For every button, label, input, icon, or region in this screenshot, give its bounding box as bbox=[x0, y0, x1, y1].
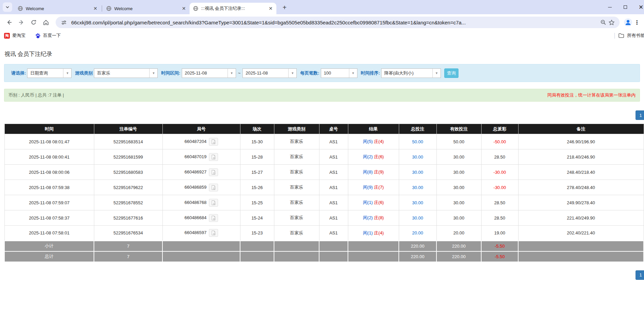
taobao-icon: 淘 bbox=[4, 33, 10, 39]
column-header: 局号 bbox=[162, 124, 240, 134]
result-player: 闲(8) bbox=[363, 169, 373, 174]
bookmarks-bar-right: 所有书签 bbox=[614, 33, 644, 39]
note: 248.40/218.40 bbox=[518, 165, 644, 180]
bookmarks-divider bbox=[614, 33, 615, 39]
result-player: 闲(1) bbox=[363, 200, 373, 205]
video-replay-button[interactable] bbox=[209, 138, 218, 146]
forward-button[interactable] bbox=[16, 17, 27, 28]
session-number: 15-25 bbox=[240, 195, 274, 210]
video-record-icon bbox=[211, 185, 216, 190]
new-tab-button[interactable]: + bbox=[280, 3, 289, 12]
back-button[interactable] bbox=[3, 17, 15, 28]
result-banker: 庄(8) bbox=[374, 215, 384, 220]
session-number: 15-27 bbox=[240, 165, 274, 180]
search-button[interactable]: 查询 bbox=[444, 68, 458, 78]
url-bar[interactable]: 66cxkj98.com/ipl/portal.php/game/betreco… bbox=[56, 17, 620, 28]
video-replay-button[interactable] bbox=[209, 214, 218, 222]
bet-number: 522951678552 bbox=[94, 195, 162, 210]
round-cell: 660487019 bbox=[162, 149, 240, 165]
tab-close-icon[interactable]: ✕ bbox=[181, 5, 187, 12]
result-cell: 闲(2) 庄(6) bbox=[348, 149, 399, 165]
browser-toolbar: 66cxkj98.com/ipl/portal.php/game/betreco… bbox=[0, 14, 644, 30]
home-button[interactable] bbox=[40, 17, 52, 28]
window-close-button[interactable]: ✕ bbox=[633, 0, 644, 14]
bookmark-baidu[interactable]: 百度一下 bbox=[35, 33, 61, 39]
video-replay-button[interactable] bbox=[209, 229, 218, 237]
session-number: 15-30 bbox=[240, 134, 274, 149]
summary-payout: -5.50 bbox=[481, 251, 518, 262]
bookmark-taobao[interactable]: 淘 爱淘宝 bbox=[4, 33, 25, 39]
summary-count: 7 bbox=[94, 241, 162, 251]
result-cell: 闲(1) 庄(4) bbox=[348, 226, 399, 241]
date-from-input[interactable]: 2025-11-08 ▼ bbox=[182, 68, 236, 78]
baidu-paw-icon bbox=[35, 33, 41, 39]
summary-label: 小计 bbox=[4, 241, 94, 251]
table-header-row: 时间注单编号局号场次游戏类别桌号结果总投注有效投注总派彩备注 bbox=[4, 124, 644, 134]
total-payout: 28.50 bbox=[481, 149, 518, 165]
reload-button[interactable] bbox=[28, 17, 39, 28]
game-type: 百家乐 bbox=[274, 149, 319, 165]
select-type-label: 请选择: bbox=[11, 70, 26, 76]
video-replay-button[interactable] bbox=[209, 184, 218, 191]
chevron-down-icon[interactable]: ▼ bbox=[349, 69, 357, 78]
chevron-down-icon[interactable]: ▼ bbox=[228, 69, 236, 78]
globe-icon bbox=[106, 6, 112, 11]
query-type-select[interactable]: 日期查询 ▼ bbox=[27, 68, 72, 78]
zoom-icon[interactable] bbox=[599, 18, 607, 26]
tab-welcome-2[interactable]: Welcome ✕ bbox=[103, 3, 190, 14]
window-maximize-button[interactable] bbox=[618, 0, 633, 14]
summary-valid-bet: 220.00 bbox=[436, 251, 481, 262]
date-to-input[interactable]: 2025-11-08 ▼ bbox=[242, 68, 297, 78]
total-bet: 30.00 bbox=[399, 195, 436, 210]
all-bookmarks-button[interactable]: 所有书签 bbox=[618, 33, 644, 39]
bet-number: 522951681599 bbox=[94, 149, 162, 165]
page-1-button[interactable]: 1 bbox=[636, 110, 644, 120]
tab-strip: Welcome ✕ Welcome ✕ :::视讯 会员下注纪录::: ✕ + … bbox=[0, 0, 644, 14]
video-record-icon bbox=[211, 215, 216, 221]
chevron-down-icon[interactable]: ▼ bbox=[432, 69, 441, 78]
summary-payout: -5.50 bbox=[481, 241, 518, 251]
column-header: 总派彩 bbox=[481, 124, 518, 134]
round-cell: 660486859 bbox=[162, 180, 240, 195]
page-1-button[interactable]: 1 bbox=[636, 270, 644, 280]
sort-order-select[interactable]: 降幂(由大到小) ▼ bbox=[381, 68, 441, 78]
column-header: 场次 bbox=[240, 124, 274, 134]
video-record-icon bbox=[211, 230, 216, 235]
chevron-down-icon[interactable]: ▼ bbox=[63, 69, 71, 78]
video-record-icon bbox=[211, 139, 216, 144]
browser-menu-button[interactable]: ⋮ bbox=[633, 17, 641, 27]
game-type-select[interactable]: 百家乐 ▼ bbox=[94, 68, 158, 78]
video-replay-button[interactable] bbox=[209, 199, 218, 207]
bookmark-star-icon[interactable] bbox=[607, 18, 616, 26]
tab-search-button[interactable] bbox=[3, 2, 12, 12]
page-size-value: 100 bbox=[321, 69, 349, 78]
tab-welcome-1[interactable]: Welcome ✕ bbox=[14, 3, 101, 14]
note: 202.40/221.40 bbox=[518, 226, 644, 241]
total-payout: -30.00 bbox=[481, 165, 518, 180]
page-size-select[interactable]: 100 ▼ bbox=[321, 68, 357, 78]
table-row: 2025-11-08 07:59:38 522951679622 6604868… bbox=[4, 180, 644, 195]
tab-close-icon[interactable]: ✕ bbox=[92, 5, 98, 12]
tab-close-icon[interactable]: ✕ bbox=[268, 5, 274, 12]
column-header: 注单编号 bbox=[94, 124, 162, 134]
bet-time: 2025-11-08 07:58:37 bbox=[4, 210, 94, 226]
result-player: 闲(1) bbox=[363, 230, 373, 235]
tab-betrecord-active[interactable]: :::视讯 会员下注纪录::: ✕ bbox=[190, 3, 276, 14]
result-banker: 庄(9) bbox=[374, 169, 384, 174]
chevron-down-icon[interactable]: ▼ bbox=[149, 69, 157, 78]
profile-avatar[interactable] bbox=[623, 17, 633, 27]
video-replay-button[interactable] bbox=[209, 153, 218, 161]
session-number: 15-26 bbox=[240, 180, 274, 195]
round-cell: 660486597 bbox=[162, 226, 240, 241]
chevron-down-icon[interactable]: ▼ bbox=[288, 69, 296, 78]
url-text[interactable]: 66cxkj98.com/ipl/portal.php/game/betreco… bbox=[71, 20, 596, 25]
summary-row: 总计 7 220.00 220.00 -5.50 bbox=[4, 251, 644, 262]
result-player: 闲(9) bbox=[363, 185, 373, 190]
video-replay-button[interactable] bbox=[209, 168, 218, 176]
note: 218.40/246.90 bbox=[518, 149, 644, 165]
bookmark-label: 百度一下 bbox=[43, 33, 61, 39]
site-settings-icon[interactable] bbox=[60, 18, 68, 26]
table-number: AS1 bbox=[319, 149, 348, 165]
game-type: 百家乐 bbox=[274, 165, 319, 180]
window-minimize-button[interactable] bbox=[602, 0, 618, 14]
